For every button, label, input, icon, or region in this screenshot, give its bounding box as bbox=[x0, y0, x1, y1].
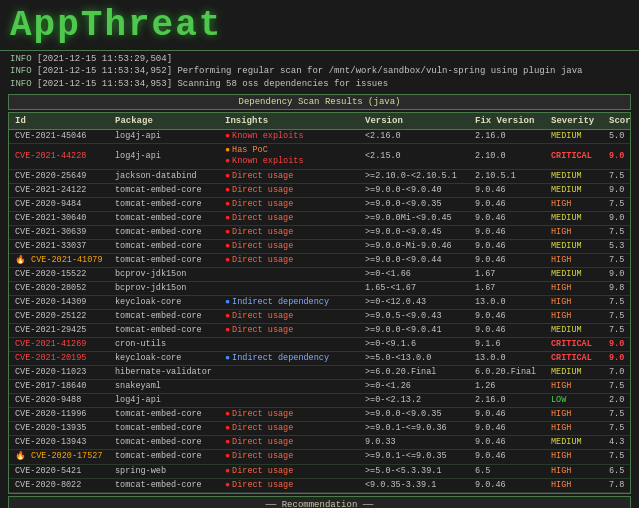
version: >=6.0.20.Final bbox=[363, 367, 473, 378]
severity: HIGH bbox=[549, 381, 607, 392]
package-name: bcprov-jdk15on bbox=[113, 283, 223, 294]
version: >=9.0.0-<9.0.45 bbox=[363, 227, 473, 238]
package-name: log4j-api bbox=[113, 151, 223, 162]
package-name: bcprov-jdk15on bbox=[113, 269, 223, 280]
package-name: tomcat-embed-core bbox=[113, 311, 223, 322]
fix-version: 9.0.46 bbox=[473, 213, 549, 224]
package-name: keycloak-core bbox=[113, 297, 223, 308]
info-line-2: INFO [2021-12-15 11:53:34,952] Performin… bbox=[10, 65, 629, 78]
fix-version: 1.67 bbox=[473, 283, 549, 294]
insight: Direct usage bbox=[223, 451, 363, 462]
fix-version: 9.0.46 bbox=[473, 185, 549, 196]
package-name: tomcat-embed-core bbox=[113, 451, 223, 462]
app-title: AppThreat bbox=[10, 6, 629, 46]
fix-version: 6.5 bbox=[473, 466, 549, 477]
score: 7.8 bbox=[607, 480, 631, 491]
col-id: Id bbox=[13, 115, 113, 127]
score: 7.5 bbox=[607, 227, 631, 238]
version: >=5.0-<13.0.0 bbox=[363, 353, 473, 364]
severity: HIGH bbox=[549, 297, 607, 308]
score: 6.5 bbox=[607, 466, 631, 477]
score: 7.5 bbox=[607, 423, 631, 434]
cve-id: CVE-2021-45046 bbox=[13, 131, 113, 142]
table-row: CVE-2021-20195 keycloak-core Indirect de… bbox=[9, 352, 630, 366]
insight: Direct usage bbox=[223, 255, 363, 266]
cve-id: CVE-2021-41269 bbox=[13, 339, 113, 350]
severity: HIGH bbox=[549, 466, 607, 477]
version: <2.15.0 bbox=[363, 151, 473, 162]
fix-version: 6.0.20.Final bbox=[473, 367, 549, 378]
score: 7.5 bbox=[607, 171, 631, 182]
score: 9.0 bbox=[607, 269, 631, 280]
fix-version: 9.0.46 bbox=[473, 409, 549, 420]
fix-version: 1.67 bbox=[473, 269, 549, 280]
package-name: tomcat-embed-core bbox=[113, 480, 223, 491]
insight: Direct usage bbox=[223, 171, 363, 182]
score: 9.0 bbox=[607, 353, 631, 364]
score: 5.0 bbox=[607, 131, 631, 142]
fix-version: 13.0.0 bbox=[473, 353, 549, 364]
severity: MEDIUM bbox=[549, 269, 607, 280]
cve-id: CVE-2020-8022 bbox=[13, 480, 113, 491]
package-name: tomcat-embed-core bbox=[113, 227, 223, 238]
table-row: CVE-2020-13935 tomcat-embed-core Direct … bbox=[9, 422, 630, 436]
score: 7.5 bbox=[607, 381, 631, 392]
cve-id: CVE-2020-28052 bbox=[13, 283, 113, 294]
table-row: CVE-2020-28052 bcprov-jdk15on 1.65-<1.67… bbox=[9, 282, 630, 296]
score: 7.5 bbox=[607, 409, 631, 420]
table-row: CVE-2021-33037 tomcat-embed-core Direct … bbox=[9, 240, 630, 254]
severity: HIGH bbox=[549, 451, 607, 462]
version: >=9.0.1-<=9.0.36 bbox=[363, 423, 473, 434]
insight: Direct usage bbox=[223, 437, 363, 448]
cve-id: CVE-2020-25649 bbox=[13, 171, 113, 182]
score: 7.5 bbox=[607, 199, 631, 210]
col-version: Version bbox=[363, 115, 473, 127]
package-name: tomcat-embed-core bbox=[113, 437, 223, 448]
package-name: tomcat-embed-core bbox=[113, 213, 223, 224]
severity: LOW bbox=[549, 395, 607, 406]
insight: Direct usage bbox=[223, 185, 363, 196]
info-text-3: [2021-12-15 11:53:34,953] Scanning 58 os… bbox=[37, 79, 388, 89]
fix-version: 9.0.46 bbox=[473, 437, 549, 448]
package-name: snakeyaml bbox=[113, 381, 223, 392]
version: >=9.0.0-<9.0.35 bbox=[363, 409, 473, 420]
cve-id: CVE-2021-44228 bbox=[13, 151, 113, 162]
col-score: Score bbox=[607, 115, 631, 127]
package-name: tomcat-embed-core bbox=[113, 423, 223, 434]
table-row: CVE-2020-11996 tomcat-embed-core Direct … bbox=[9, 408, 630, 422]
info-lines: INFO [2021-12-15 11:53:29,504] INFO [202… bbox=[0, 50, 639, 93]
cve-id: CVE-2020-25122 bbox=[13, 311, 113, 322]
cve-id: CVE-2020-5421 bbox=[13, 466, 113, 477]
info-line-3: INFO [2021-12-15 11:53:34,953] Scanning … bbox=[10, 78, 629, 91]
severity: MEDIUM bbox=[549, 367, 607, 378]
insight: Direct usage bbox=[223, 227, 363, 238]
severity: MEDIUM bbox=[549, 185, 607, 196]
cve-id: CVE-2020-15522 bbox=[13, 269, 113, 280]
cve-id: CVE-2020-9484 bbox=[13, 199, 113, 210]
cve-id: CVE-2021-30639 bbox=[13, 227, 113, 238]
score: 7.5 bbox=[607, 255, 631, 266]
table-row: CVE-2020-9488 log4j-api >=0-<2.13.2 2.16… bbox=[9, 394, 630, 408]
severity: MEDIUM bbox=[549, 171, 607, 182]
cve-id: CVE-2020-9488 bbox=[13, 395, 113, 406]
version: >=9.0.0Mi-<9.0.45 bbox=[363, 213, 473, 224]
fix-version: 9.1.6 bbox=[473, 339, 549, 350]
fix-version: 9.0.46 bbox=[473, 227, 549, 238]
score: 9.0 bbox=[607, 339, 631, 350]
cve-id: 🔥 CVE-2021-41079 bbox=[13, 255, 113, 266]
version: >=9.0.0-<9.0.40 bbox=[363, 185, 473, 196]
score: 7.5 bbox=[607, 325, 631, 336]
version: 9.0.33 bbox=[363, 437, 473, 448]
recommendation-bar: ── Recommendation ── ✔ 10 out of 26 vuln… bbox=[8, 496, 631, 508]
col-fix: Fix Version bbox=[473, 115, 549, 127]
score: 9.8 bbox=[607, 283, 631, 294]
version: >=0-<1.26 bbox=[363, 381, 473, 392]
fix-version: 2.10.5.1 bbox=[473, 171, 549, 182]
table-row: CVE-2021-29425 tomcat-embed-core Direct … bbox=[9, 324, 630, 338]
score: 9.0 bbox=[607, 213, 631, 224]
fix-version: 9.0.46 bbox=[473, 255, 549, 266]
info-label-2: INFO bbox=[10, 66, 32, 76]
fix-version: 9.0.46 bbox=[473, 199, 549, 210]
version: >=9.0.0-<9.0.41 bbox=[363, 325, 473, 336]
cve-id: CVE-2020-14309 bbox=[13, 297, 113, 308]
